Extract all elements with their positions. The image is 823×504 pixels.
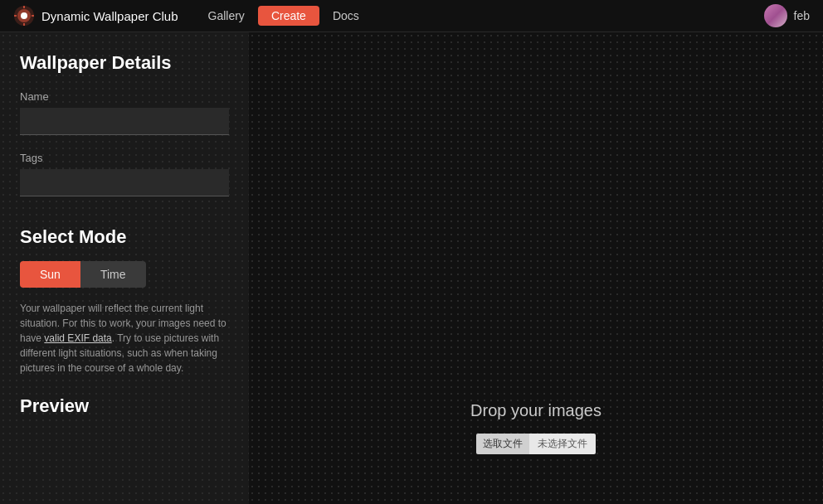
right-panel: Drop your images 选取文件 未选择文件 [249,32,823,504]
mode-description: Your wallpaper will reflect the current … [20,301,229,376]
name-field-group: Name [20,90,229,152]
file-no-file-label: 未选择文件 [529,434,596,454]
preview-title: Preview [20,395,229,417]
drop-zone[interactable]: Drop your images 选取文件 未选择文件 [470,401,601,454]
brand-name: Dynamic Wallpaper Club [41,9,178,23]
tags-field-group: Tags [20,152,229,213]
name-input[interactable] [20,108,229,135]
select-mode-title: Select Mode [20,226,229,248]
nav-link-gallery[interactable]: Gallery [198,6,255,26]
left-panel: Wallpaper Details Name Tags Select Mode … [0,32,249,504]
tags-input[interactable] [20,169,229,196]
file-input-area: 选取文件 未选择文件 [476,434,596,454]
exif-data-link[interactable]: valid EXIF data [44,332,111,344]
drop-zone-text: Drop your images [470,401,601,420]
nav-link-create[interactable]: Create [258,6,319,26]
app-logo-icon [13,5,35,27]
time-mode-button[interactable]: Time [80,261,146,288]
nav-links: Gallery Create Docs [198,6,764,26]
navbar: Dynamic Wallpaper Club Gallery Create Do… [0,0,823,32]
nav-brand[interactable]: Dynamic Wallpaper Club [13,5,178,27]
nav-user[interactable]: feb [764,4,810,27]
sun-mode-button[interactable]: Sun [20,261,80,288]
mode-buttons: Sun Time [20,261,229,288]
svg-point-2 [21,12,27,19]
main-content: Wallpaper Details Name Tags Select Mode … [0,32,823,504]
name-label: Name [20,90,229,103]
file-choose-button[interactable]: 选取文件 [476,434,529,454]
username: feb [794,9,810,22]
tags-label: Tags [20,152,229,164]
nav-link-docs[interactable]: Docs [323,6,369,26]
avatar [764,4,787,27]
wallpaper-details-title: Wallpaper Details [20,52,229,74]
